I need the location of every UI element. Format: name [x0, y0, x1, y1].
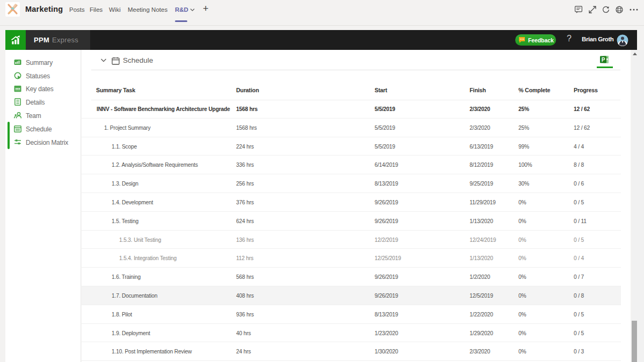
- svg-text:P: P: [602, 57, 605, 63]
